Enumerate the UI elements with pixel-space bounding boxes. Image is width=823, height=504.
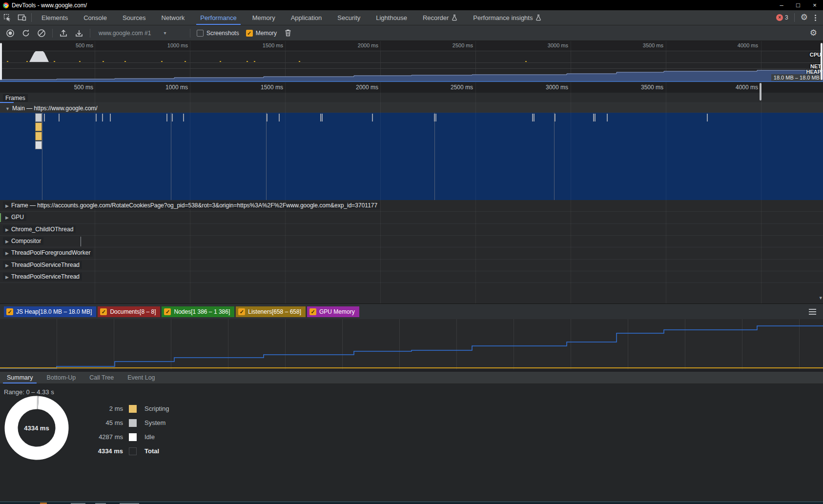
event-tick-mark[interactable]	[172, 114, 173, 121]
tab-bottom-up[interactable]: Bottom-Up	[40, 372, 82, 383]
tab-lighthouse[interactable]: Lighthouse	[368, 11, 415, 25]
legend-value: 2 ms	[69, 405, 123, 412]
flame-chart-panel[interactable]: 500 ms 1000 ms 1500 ms 2000 ms 2500 ms 3…	[0, 82, 823, 303]
expand-triangle-icon[interactable]: ▶	[5, 203, 9, 208]
clear-button[interactable]	[35, 27, 48, 40]
event-tick-mark[interactable]	[372, 114, 373, 121]
overview-right-handle[interactable]	[821, 43, 823, 80]
expand-triangle-icon[interactable]: ▶	[5, 215, 9, 220]
event-tick-mark[interactable]	[534, 114, 535, 121]
event-tick-mark[interactable]	[44, 114, 45, 121]
event-tick-mark[interactable]	[102, 114, 103, 121]
counter-checkbox[interactable]: ✓	[164, 308, 171, 315]
event-tick-mark[interactable]	[555, 114, 556, 121]
screenshots-checkbox-row[interactable]: Screenshots	[195, 30, 241, 37]
tab-console[interactable]: Console	[76, 11, 115, 25]
counter-gpu-memory[interactable]: ✓ GPU Memory	[307, 306, 359, 317]
load-profile-icon[interactable]	[57, 27, 70, 40]
main-track-header[interactable]: ▼Main — https://www.google.com/	[0, 103, 823, 113]
expand-triangle-icon[interactable]: ▶	[5, 263, 9, 268]
scroll-down-arrow-icon[interactable]: ▾	[819, 295, 822, 301]
thread-row-compositor[interactable]: ▶Compositor	[0, 236, 823, 247]
tab-call-tree[interactable]: Call Tree	[82, 372, 121, 383]
device-toolbar-icon[interactable]	[15, 10, 29, 25]
memory-chart[interactable]	[0, 319, 823, 369]
thread-row-threadpoolservicethread-2[interactable]: ▶ThreadPoolServiceThread	[0, 271, 823, 283]
tab-performance-insights[interactable]: Performance insights	[465, 11, 549, 25]
event-tick-mark[interactable]	[322, 114, 323, 121]
tab-security[interactable]: Security	[329, 11, 368, 25]
timeline-overview[interactable]: 500 ms 1000 ms 1500 ms 2000 ms 2500 ms 3…	[0, 41, 823, 81]
legend-value: 4334 ms	[69, 447, 123, 455]
counter-checkbox[interactable]: ✓	[309, 308, 316, 315]
close-button[interactable]: ×	[806, 0, 823, 10]
capture-settings-gear-icon[interactable]: ⚙	[810, 29, 823, 37]
event-tick-mark[interactable]	[96, 114, 97, 121]
expand-triangle-icon[interactable]: ▶	[5, 251, 9, 256]
event-tick-mark[interactable]	[707, 114, 708, 121]
flame-scrollbar-thumb[interactable]	[760, 83, 761, 101]
event-tick-mark[interactable]	[595, 114, 596, 121]
event-tick-mark[interactable]	[59, 114, 60, 121]
event-tick-mark[interactable]	[183, 114, 184, 121]
record-button[interactable]	[4, 27, 17, 40]
counter-nodes[interactable]: ✓ Nodes[1 386 – 1 386]	[162, 306, 234, 317]
tab-network[interactable]: Network	[154, 11, 193, 25]
counter-documents[interactable]: ✓ Documents[8 – 8]	[98, 306, 160, 317]
flame-event-block[interactable]	[35, 113, 42, 122]
garbage-collect-icon[interactable]	[282, 27, 294, 40]
event-tick-mark[interactable]	[607, 114, 608, 121]
expand-triangle-icon[interactable]: ▶	[5, 227, 9, 232]
counter-checkbox[interactable]: ✓	[100, 308, 107, 315]
counter-checkbox[interactable]: ✓	[238, 308, 245, 315]
tab-summary[interactable]: Summary	[0, 372, 40, 383]
counter-label: Documents[8 – 8]	[110, 308, 156, 315]
tab-event-log[interactable]: Event Log	[121, 372, 162, 383]
event-tick-mark[interactable]	[435, 114, 436, 121]
thread-row-chrome-childiothread[interactable]: ▶Chrome_ChildIOThread	[0, 224, 823, 236]
frames-track[interactable]: Frames	[0, 93, 823, 103]
thread-row-threadpoolforegroundworker[interactable]: ▶ThreadPoolForegroundWorker	[0, 247, 823, 260]
thread-row-frame[interactable]: ▶Frame — https://accounts.google.com/Rot…	[0, 200, 823, 212]
more-options-icon[interactable]	[812, 15, 819, 21]
screenshots-checkbox[interactable]	[197, 30, 204, 37]
tab-sources[interactable]: Sources	[115, 11, 154, 25]
event-tick-mark[interactable]	[532, 114, 533, 121]
overview-left-handle[interactable]	[0, 43, 2, 80]
event-tick-mark[interactable]	[166, 114, 167, 121]
inspect-element-icon[interactable]	[0, 10, 15, 25]
save-profile-icon[interactable]	[73, 27, 85, 40]
target-select[interactable]: www.google.com #1 ▾	[95, 30, 185, 37]
event-tick-mark[interactable]	[279, 114, 280, 121]
event-tick-mark[interactable]	[434, 114, 435, 121]
counters-menu-icon[interactable]	[809, 309, 816, 315]
tab-performance[interactable]: Performance	[192, 11, 244, 25]
main-thread-track[interactable]	[0, 113, 823, 200]
tab-recorder[interactable]: Recorder	[415, 11, 465, 25]
minimize-button[interactable]: –	[773, 0, 790, 10]
reload-record-button[interactable]	[20, 27, 32, 40]
maximize-button[interactable]: □	[790, 0, 806, 10]
event-tick-mark[interactable]	[267, 114, 267, 121]
flame-event-block[interactable]	[35, 132, 42, 141]
event-tick-mark[interactable]	[110, 114, 111, 121]
tab-memory[interactable]: Memory	[245, 11, 283, 25]
counter-listeners[interactable]: ✓ Listeners[658 – 658]	[236, 306, 306, 317]
flame-event-block[interactable]	[35, 141, 42, 149]
counter-checkbox[interactable]: ✓	[6, 308, 13, 315]
counter-js-heap[interactable]: ✓ JS Heap[18.0 MB – 18.0 MB]	[4, 306, 96, 317]
flame-event-block[interactable]	[35, 122, 42, 131]
collapse-triangle-icon[interactable]: ▼	[5, 106, 10, 111]
expand-triangle-icon[interactable]: ▶	[5, 239, 9, 244]
memory-checkbox[interactable]: ✓	[246, 30, 253, 37]
event-tick-mark[interactable]	[320, 114, 321, 121]
memory-checkbox-row[interactable]: ✓ Memory	[244, 30, 279, 37]
thread-row-threadpoolservicethread-1[interactable]: ▶ThreadPoolServiceThread	[0, 260, 823, 271]
tab-application[interactable]: Application	[283, 11, 330, 25]
tab-elements[interactable]: Elements	[34, 11, 76, 25]
event-tick-mark[interactable]	[593, 114, 594, 121]
expand-triangle-icon[interactable]: ▶	[5, 275, 9, 280]
settings-gear-icon[interactable]: ⚙	[801, 14, 808, 21]
thread-row-gpu[interactable]: ▶GPU	[0, 212, 823, 224]
error-badge[interactable]: × 3	[776, 14, 788, 21]
